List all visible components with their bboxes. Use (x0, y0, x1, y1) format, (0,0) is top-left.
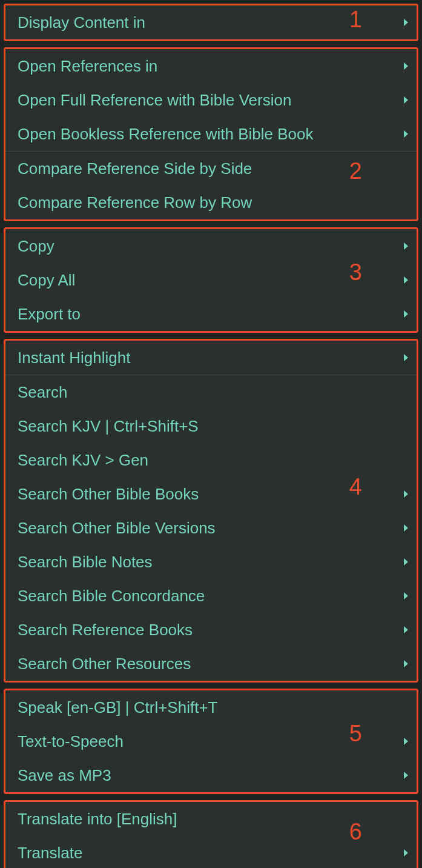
menu-item-label: Export to (18, 305, 398, 324)
menu-item[interactable]: Search (5, 375, 417, 409)
menu-item[interactable]: Translate (5, 836, 417, 868)
menu-item-label: Search Other Resources (18, 655, 398, 673)
menu-item[interactable]: Open Full Reference with Bible Version (5, 83, 417, 117)
submenu-arrow-icon (404, 592, 408, 599)
submenu-arrow-icon (404, 96, 408, 104)
submenu-arrow-icon (404, 524, 408, 532)
menu-item[interactable]: Search KJV | Ctrl+Shift+S (5, 409, 417, 443)
menu-item-label: Search Other Bible Books (18, 485, 398, 504)
menu-item[interactable]: Search Reference Books (5, 613, 417, 647)
menu-item-label: Compare Reference Side by Side (18, 159, 408, 178)
menu-item-label: Open References in (18, 57, 398, 76)
menu-item-label: Copy (18, 237, 398, 256)
submenu-arrow-icon (404, 354, 408, 361)
menu-item[interactable]: Export to (5, 297, 417, 331)
menu-item[interactable]: Display Content in (5, 5, 417, 39)
menu-item-label: Search Other Bible Versions (18, 519, 398, 538)
menu-item-label: Open Full Reference with Bible Version (18, 91, 398, 110)
submenu-arrow-icon (404, 19, 408, 26)
menu-item[interactable]: Translate into [English] (5, 802, 417, 836)
menu-item-label: Open Bookless Reference with Bible Book (18, 125, 398, 144)
menu-item[interactable]: Text-to-Speech (5, 724, 417, 758)
menu-item[interactable]: Save as MP3 (5, 758, 417, 792)
menu-item-label: Search KJV > Gen (18, 451, 408, 470)
context-menu: Display Content in1Open References inOpe… (0, 0, 422, 868)
menu-item[interactable]: Open References in (5, 49, 417, 83)
submenu-arrow-icon (404, 490, 408, 498)
menu-group-1: Display Content in1 (4, 4, 418, 41)
menu-item[interactable]: Search Other Resources (5, 647, 417, 681)
menu-group-4: Instant HighlightSearchSearch KJV | Ctrl… (4, 339, 418, 683)
menu-item[interactable]: Copy (5, 229, 417, 263)
menu-item-label: Search KJV | Ctrl+Shift+S (18, 417, 408, 436)
menu-item[interactable]: Search Bible Concordance (5, 579, 417, 613)
menu-item[interactable]: Compare Reference Side by Side (5, 152, 417, 185)
menu-item-label: Translate (18, 844, 398, 863)
menu-group-6: Translate into [English]Translate6 (4, 800, 418, 868)
menu-item-label: Copy All (18, 271, 398, 290)
menu-group-2: Open References inOpen Full Reference wi… (4, 47, 418, 221)
menu-item[interactable]: Search Bible Notes (5, 545, 417, 579)
menu-item-label: Search Reference Books (18, 621, 398, 639)
menu-group-3: CopyCopy AllExport to3 (4, 227, 418, 333)
submenu-arrow-icon (404, 310, 408, 318)
submenu-arrow-icon (404, 626, 408, 633)
menu-item[interactable]: Search KJV > Gen (5, 443, 417, 477)
menu-item[interactable]: Speak [en-GB] | Ctrl+Shift+T (5, 690, 417, 724)
menu-item[interactable]: Compare Reference Row by Row (5, 185, 417, 219)
submenu-arrow-icon (404, 660, 408, 667)
menu-item[interactable]: Instant Highlight (5, 341, 417, 375)
menu-item[interactable]: Copy All (5, 263, 417, 297)
menu-item[interactable]: Search Other Bible Versions (5, 511, 417, 545)
menu-item-label: Speak [en-GB] | Ctrl+Shift+T (18, 698, 408, 717)
menu-item[interactable]: Open Bookless Reference with Bible Book (5, 117, 417, 151)
submenu-arrow-icon (404, 849, 408, 856)
menu-group-5: Speak [en-GB] | Ctrl+Shift+TText-to-Spee… (4, 689, 418, 794)
menu-item-label: Search Bible Concordance (18, 587, 398, 606)
menu-item-label: Translate into [English] (18, 810, 408, 829)
menu-item-label: Search Bible Notes (18, 553, 398, 572)
submenu-arrow-icon (404, 62, 408, 70)
submenu-arrow-icon (404, 558, 408, 566)
menu-item-label: Save as MP3 (18, 766, 398, 785)
submenu-arrow-icon (404, 738, 408, 745)
menu-item-label: Instant Highlight (18, 349, 398, 367)
submenu-arrow-icon (404, 242, 408, 250)
submenu-arrow-icon (404, 772, 408, 779)
menu-item-label: Search (18, 383, 408, 402)
submenu-arrow-icon (404, 276, 408, 284)
submenu-arrow-icon (404, 130, 408, 138)
menu-item-label: Display Content in (18, 13, 398, 32)
menu-item[interactable]: Search Other Bible Books (5, 477, 417, 511)
menu-item-label: Compare Reference Row by Row (18, 193, 408, 212)
menu-item-label: Text-to-Speech (18, 732, 398, 751)
